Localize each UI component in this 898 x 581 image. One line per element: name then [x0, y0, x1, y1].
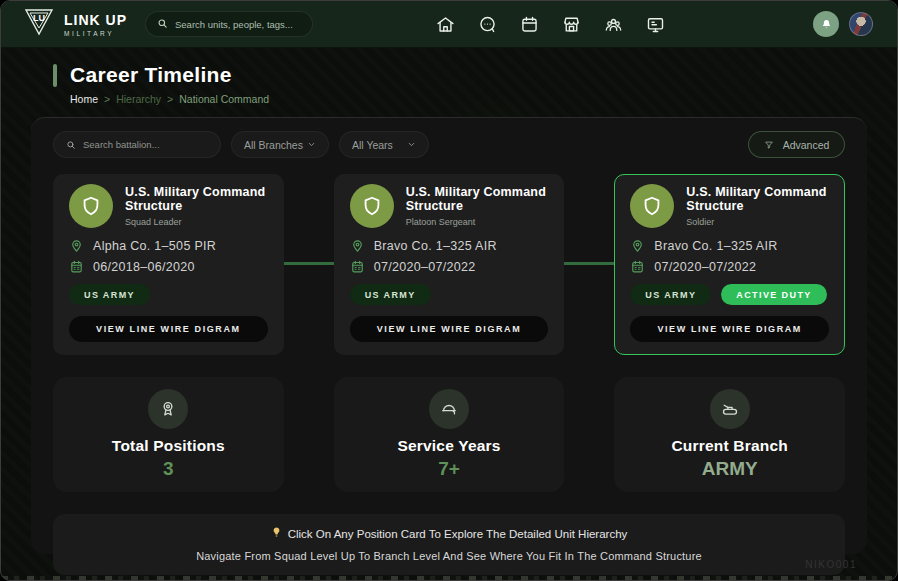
top-navbar: LU LINK UP MILITARY	[1, 1, 897, 48]
global-search[interactable]	[145, 11, 313, 37]
logo-subtitle: MILITARY	[64, 30, 127, 37]
breadcrumb-current: National Command	[179, 93, 269, 105]
shield-icon	[350, 184, 394, 228]
breadcrumb-separator: >	[167, 93, 173, 105]
medal-icon	[148, 389, 188, 429]
card-dates: 06/2018–06/2020	[93, 260, 195, 274]
hint-box: Click On Any Position Card To Explore Th…	[53, 514, 845, 575]
battalion-search[interactable]	[53, 131, 221, 158]
branch-badge: US ARMY	[630, 284, 711, 305]
stat-value: ARMY	[614, 458, 845, 480]
card-role: Platoon Sergeant	[406, 217, 549, 227]
position-card-platoon-sergeant[interactable]: U.S. Military Command Structure Platoon …	[334, 174, 565, 355]
breadcrumb-home[interactable]: Home	[70, 93, 98, 105]
location-pin-icon	[69, 238, 84, 253]
page-title: Career Timeline	[70, 63, 232, 87]
notifications-button[interactable]	[813, 11, 839, 37]
calendar-icon	[630, 259, 645, 274]
card-title: U.S. Military Command Structure	[686, 185, 829, 213]
calendar-icon	[69, 259, 84, 274]
view-wire-diagram-button[interactable]: VIEW LINE WIRE DIGRAM	[69, 316, 268, 342]
card-unit: Alpha Co. 1–505 PIR	[93, 239, 216, 253]
main-panel: All Branches All Years Advanced	[31, 117, 867, 554]
active-duty-badge: ACTIVE DUTY	[721, 284, 826, 305]
home-icon[interactable]	[435, 14, 456, 35]
card-title: U.S. Military Command Structure	[125, 185, 268, 213]
main-nav	[435, 14, 666, 35]
lightbulb-icon	[271, 526, 282, 541]
shield-icon	[630, 184, 674, 228]
years-dropdown-label: All Years	[352, 139, 393, 151]
global-search-input[interactable]	[175, 19, 301, 30]
years-dropdown[interactable]: All Years	[339, 131, 429, 158]
shield-icon	[69, 184, 113, 228]
calendar-icon	[350, 259, 365, 274]
card-dates: 07/2020–07/2022	[654, 260, 756, 274]
search-icon	[157, 15, 168, 33]
title-accent-bar	[53, 64, 57, 87]
app-logo[interactable]: LU LINK UP MILITARY	[23, 7, 127, 41]
monitor-icon[interactable]	[645, 14, 666, 35]
card-role: Soldier	[686, 217, 829, 227]
card-unit: Bravo Co. 1–325 AIR	[654, 239, 777, 253]
timeline-cards-row: U.S. Military Command Structure Squad Le…	[53, 174, 845, 355]
stat-current-branch: Current Branch ARMY	[614, 377, 845, 492]
hint-line-1: Click On Any Position Card To Explore Th…	[288, 528, 628, 540]
svg-text:LU: LU	[33, 13, 45, 23]
branches-dropdown-label: All Branches	[244, 139, 303, 151]
location-pin-icon	[630, 238, 645, 253]
calendar-icon[interactable]	[519, 14, 540, 35]
chevron-down-icon	[307, 140, 316, 149]
stat-service-years: Service Years 7+	[334, 377, 565, 492]
position-card-soldier[interactable]: U.S. Military Command Structure Soldier …	[614, 174, 845, 355]
stat-value: 3	[53, 458, 284, 480]
stat-label: Total Positions	[53, 437, 284, 455]
store-icon[interactable]	[561, 14, 582, 35]
funnel-icon	[764, 140, 774, 150]
advanced-filter-label: Advanced	[783, 139, 830, 151]
logo-title: LINK UP	[64, 12, 127, 28]
hint-line-2: Navigate From Squad Level Up To Branch L…	[63, 550, 835, 562]
breadcrumb-hierarchy[interactable]: Hierarchy	[116, 93, 161, 105]
card-dates: 07/2020–07/2022	[374, 260, 476, 274]
chevron-down-icon	[407, 140, 416, 149]
branch-badge: US ARMY	[69, 284, 150, 305]
logo-shield-icon: LU	[23, 7, 55, 41]
branches-dropdown[interactable]: All Branches	[231, 131, 329, 158]
battalion-search-input[interactable]	[83, 139, 208, 150]
header-right	[813, 11, 873, 37]
location-pin-icon	[350, 238, 365, 253]
card-unit: Bravo Co. 1–325 AIR	[374, 239, 497, 253]
view-wire-diagram-button[interactable]: VIEW LINE WIRE DIGRAM	[630, 316, 829, 342]
stat-label: Service Years	[334, 437, 565, 455]
stat-total-positions: Total Positions 3	[53, 377, 284, 492]
watermark: NIKO001	[805, 559, 857, 570]
card-title: U.S. Military Command Structure	[406, 185, 549, 213]
branch-badge: US ARMY	[350, 284, 431, 305]
group-icon[interactable]	[603, 14, 624, 35]
advanced-filter-button[interactable]: Advanced	[748, 131, 845, 158]
search-icon	[66, 136, 76, 154]
stat-label: Current Branch	[614, 437, 845, 455]
breadcrumb: Home > Hierarchy > National Command	[70, 93, 897, 105]
chat-icon[interactable]	[477, 14, 498, 35]
card-role: Squad Leader	[125, 217, 268, 227]
page-header: Career Timeline Home > Hierarchy > Natio…	[1, 48, 897, 117]
bell-icon	[820, 18, 833, 31]
helmet-icon	[429, 389, 469, 429]
user-avatar[interactable]	[849, 12, 873, 36]
app-window: LU LINK UP MILITARY	[0, 0, 898, 581]
view-wire-diagram-button[interactable]: VIEW LINE WIRE DIGRAM	[350, 316, 549, 342]
stat-value: 7+	[334, 458, 565, 480]
filter-bar: All Branches All Years Advanced	[53, 131, 845, 158]
breadcrumb-separator: >	[104, 93, 110, 105]
position-card-squad-leader[interactable]: U.S. Military Command Structure Squad Le…	[53, 174, 284, 355]
stats-row: Total Positions 3 Service Years 7+	[53, 377, 845, 492]
tank-icon	[710, 389, 750, 429]
